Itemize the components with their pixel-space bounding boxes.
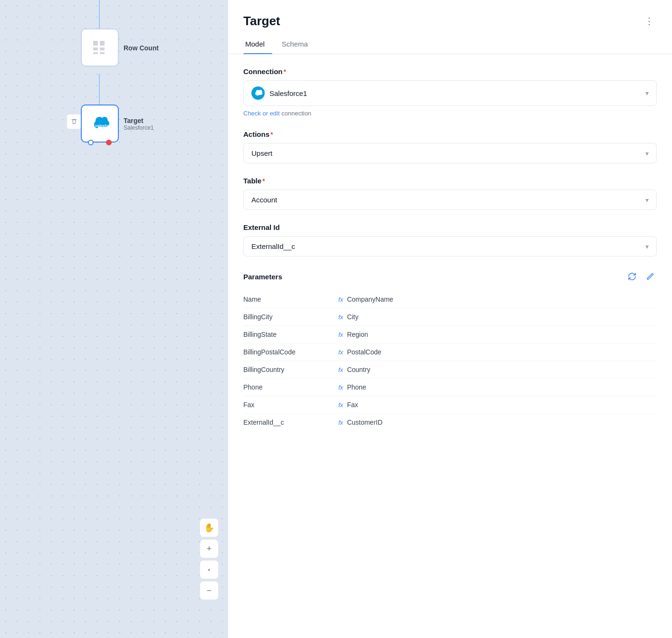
- panel-title: Target: [243, 14, 280, 29]
- param-value: fx City: [338, 313, 358, 321]
- param-value-text: Region: [347, 331, 368, 338]
- hand-icon: ✋: [204, 523, 214, 533]
- actions-chevron-icon: ▾: [645, 150, 649, 157]
- fx-badge: fx: [338, 296, 343, 303]
- check-edit-anchor[interactable]: Check or edit: [243, 110, 280, 117]
- parameters-section: Parameters Name: [243, 270, 657, 431]
- tab-schema[interactable]: Schema: [280, 36, 316, 54]
- target-node[interactable]: salesforce Target Salesforce1: [81, 105, 119, 143]
- table-required: *: [262, 177, 265, 185]
- connector-dot-left: [88, 140, 94, 145]
- param-value-text: Country: [347, 366, 370, 373]
- table-chevron-icon: ▾: [645, 196, 649, 204]
- parameter-row: Name fx CompanyName: [243, 291, 657, 308]
- param-value-text: Phone: [347, 383, 366, 391]
- salesforce-cloud-icon: salesforce: [89, 115, 110, 132]
- target-sublabel: Salesforce1: [124, 124, 154, 131]
- param-value-text: PostalCode: [347, 348, 381, 356]
- actions-required: *: [270, 131, 273, 138]
- svg-rect-0: [93, 41, 98, 46]
- connection-select-inner: Salesforce1: [251, 86, 307, 100]
- svg-rect-2: [93, 48, 98, 50]
- delete-node-button[interactable]: [67, 114, 82, 129]
- param-value-text: City: [347, 313, 358, 321]
- parameters-title: Parameters: [243, 273, 282, 281]
- more-icon: ⋮: [644, 15, 654, 27]
- canvas-toolbar: ✋ + ● −: [200, 518, 219, 600]
- panel-header: Target ⋮: [228, 0, 672, 29]
- zoom-out-button[interactable]: −: [200, 581, 219, 600]
- minus-icon: −: [207, 586, 212, 596]
- param-name: ExternalId__c: [243, 419, 338, 426]
- plus-icon: +: [207, 544, 212, 554]
- param-value-text: Fax: [347, 401, 358, 409]
- parameter-row: Phone fx Phone: [243, 379, 657, 396]
- fx-badge: fx: [338, 314, 343, 321]
- external-id-field-group: External Id ExternalId__c ▾: [243, 223, 657, 257]
- form-content: Connection * Salesforce1 ▾ Check or edit…: [228, 54, 672, 638]
- connector-arrow-top: [99, 0, 100, 31]
- svg-rect-1: [100, 41, 105, 46]
- target-box[interactable]: salesforce: [81, 105, 119, 143]
- sf-cloud-small: [254, 89, 262, 97]
- svg-rect-4: [93, 52, 98, 54]
- parameter-row: Fax fx Fax: [243, 396, 657, 414]
- dot-icon: ●: [208, 568, 211, 572]
- param-value: fx Country: [338, 366, 370, 373]
- svg-text:salesforce: salesforce: [95, 124, 110, 128]
- table-label: Table *: [243, 177, 657, 185]
- refresh-parameters-button[interactable]: [625, 270, 639, 283]
- parameter-row: BillingCountry fx Country: [243, 361, 657, 379]
- param-name: BillingState: [243, 331, 338, 338]
- check-edit-link: Check or edit connection: [243, 110, 657, 117]
- param-value: fx Region: [338, 331, 368, 338]
- param-name: BillingPostalCode: [243, 348, 338, 356]
- canvas-panel: Row Count salesforce Target Salesforce1: [0, 0, 228, 638]
- tab-model[interactable]: Model: [243, 36, 272, 54]
- connection-required: *: [284, 68, 286, 76]
- external-id-label: External Id: [243, 223, 657, 231]
- zoom-reset-button[interactable]: ●: [200, 560, 219, 579]
- param-value: fx Phone: [338, 383, 366, 391]
- param-name: BillingCity: [243, 313, 338, 321]
- pan-tool-button[interactable]: ✋: [200, 518, 219, 537]
- row-count-node[interactable]: Row Count: [81, 29, 119, 67]
- param-name: BillingCountry: [243, 366, 338, 373]
- salesforce-logo: [251, 86, 265, 100]
- more-options-button[interactable]: ⋮: [642, 13, 657, 29]
- param-value: fx PostalCode: [338, 348, 382, 356]
- table-select[interactable]: Account ▾: [243, 190, 657, 210]
- actions-select[interactable]: Upsert ▾: [243, 143, 657, 163]
- param-name: Phone: [243, 383, 338, 391]
- edit-icon: [645, 272, 655, 281]
- external-id-chevron-icon: ▾: [645, 243, 649, 250]
- grid-icon: [90, 38, 109, 57]
- trash-icon: [70, 118, 78, 125]
- connection-field-group: Connection * Salesforce1 ▾ Check or edit…: [243, 67, 657, 117]
- svg-rect-3: [100, 48, 105, 50]
- zoom-in-button[interactable]: +: [200, 539, 219, 558]
- target-label: Target: [124, 117, 154, 124]
- param-value-text: CustomerID: [347, 419, 383, 426]
- connection-select[interactable]: Salesforce1 ▾: [243, 80, 657, 106]
- fx-badge: fx: [338, 401, 343, 409]
- param-value: fx CompanyName: [338, 295, 393, 303]
- row-count-box[interactable]: [81, 29, 119, 67]
- parameter-row: BillingPostalCode fx PostalCode: [243, 343, 657, 361]
- external-id-select[interactable]: ExternalId__c ▾: [243, 236, 657, 257]
- target-label-group: Target Salesforce1: [124, 116, 154, 131]
- row-count-label: Row Count: [124, 44, 159, 52]
- parameter-row: BillingCity fx City: [243, 308, 657, 326]
- parameters-actions: [625, 270, 657, 283]
- connection-label: Connection *: [243, 67, 657, 76]
- param-name: Name: [243, 295, 338, 303]
- connector-dot-right: [106, 140, 112, 145]
- row-count-label-group: Row Count: [124, 43, 159, 52]
- parameter-row: ExternalId__c fx CustomerID: [243, 414, 657, 431]
- refresh-icon: [627, 272, 637, 281]
- edit-parameters-button[interactable]: [643, 270, 657, 283]
- svg-rect-5: [100, 52, 105, 54]
- fx-badge: fx: [338, 419, 343, 426]
- actions-field-group: Actions * Upsert ▾: [243, 130, 657, 163]
- fx-badge: fx: [338, 366, 343, 373]
